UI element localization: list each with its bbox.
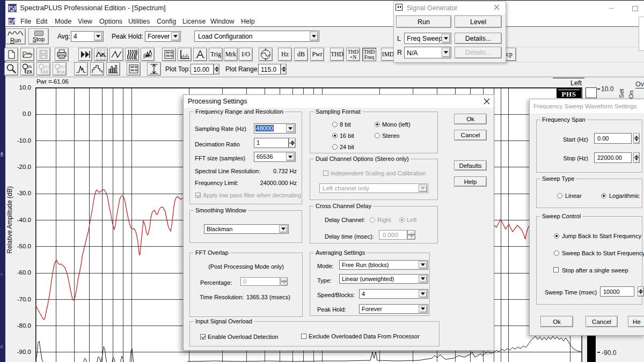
svg-text:OUT: OUT: [43, 65, 50, 69]
svg-text:IN: IN: [28, 65, 32, 69]
svg-text:OUT: OUT: [59, 65, 66, 69]
svg-text:2X: 2X: [42, 69, 48, 75]
svg-text:2X: 2X: [26, 69, 32, 75]
svg-text:FULL: FULL: [58, 70, 66, 75]
